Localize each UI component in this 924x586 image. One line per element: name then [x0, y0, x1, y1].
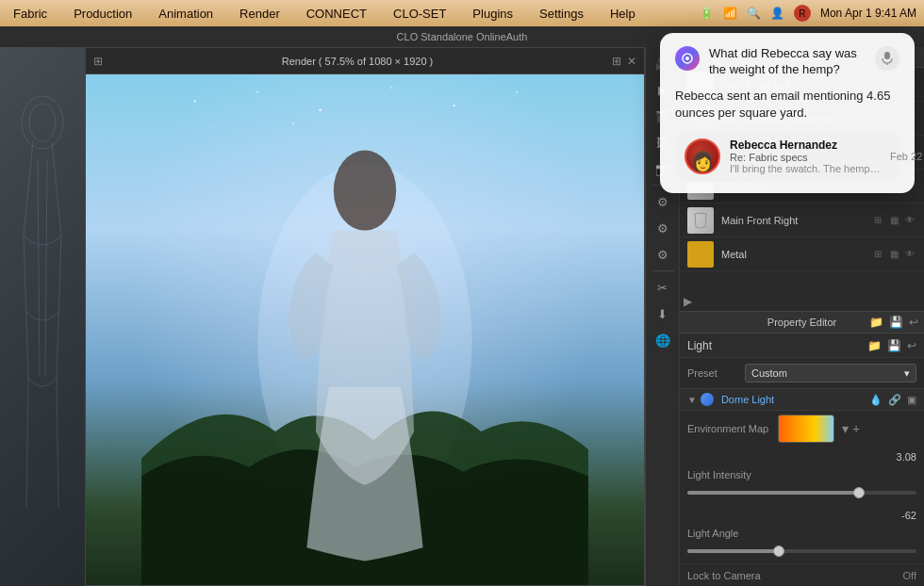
viewport-title: Render ( 57.5% of 1080 × 1920 )	[282, 56, 434, 67]
menu-closet[interactable]: CLO-SET	[388, 5, 452, 23]
svg-point-19	[334, 151, 396, 231]
viewport-expand-btn[interactable]: ⊞	[612, 55, 621, 68]
menubar-right: 🔋 📶 🔍 👤 R Mon Apr 1 9:41 AM	[700, 5, 916, 22]
viewport-canvas	[86, 74, 644, 585]
light-section-header: Light 📁 💾 ↩	[680, 334, 924, 358]
object-action-eye-5[interactable]: 👁	[903, 248, 916, 261]
viewport-close-btn[interactable]: ✕	[627, 55, 636, 68]
light-intensity-fill	[687, 491, 859, 495]
menu-connect[interactable]: CONNECT	[301, 5, 372, 23]
dome-light-label: Dome Light	[721, 394, 866, 405]
light-angle-track	[687, 549, 916, 553]
preset-dropdown[interactable]: Custom ▾	[745, 364, 916, 383]
svg-line-3	[52, 141, 61, 236]
user-icon[interactable]: 👤	[770, 7, 784, 20]
panel-expand-arrow[interactable]: ▶	[680, 292, 924, 311]
siri-card: What did Rebecca say was the weight of t…	[660, 33, 915, 193]
menu-production[interactable]: Production	[68, 5, 138, 23]
light-angle-slider[interactable]	[687, 543, 916, 560]
menu-help[interactable]: Help	[604, 5, 641, 23]
email-subject: Re: Fabric specs	[730, 152, 881, 163]
light-section-label: Light	[687, 339, 862, 352]
light-action-save[interactable]: 💾	[887, 339, 901, 352]
light-angle-value-row: -62	[687, 507, 916, 524]
object-action-eye-4[interactable]: 👁	[903, 214, 916, 227]
object-actions-5: ⊞ ▦ 👁	[871, 248, 916, 261]
toolbar-btn-9[interactable]: ✂	[650, 275, 676, 300]
arrow-icon[interactable]: ▶	[684, 295, 692, 308]
light-action-undo[interactable]: ↩	[907, 339, 916, 352]
env-map-label: Environment Map	[687, 423, 772, 434]
light-intensity-value-row: 3.08	[687, 448, 916, 465]
toolbar-sep-2	[652, 270, 674, 271]
object-action-add-5[interactable]: ⊞	[871, 248, 884, 261]
env-map-menu-btn[interactable]: ▾	[842, 421, 849, 436]
svg-line-6	[26, 377, 28, 509]
svg-point-11	[256, 91, 258, 93]
object-action-grid-5[interactable]: ▦	[887, 248, 900, 261]
object-action-add-4[interactable]: ⊞	[871, 214, 884, 227]
search-icon[interactable]: 🔍	[747, 7, 761, 20]
object-item-main-front-right[interactable]: Main Front Right ⊞ ▦ 👁	[680, 203, 924, 237]
left-sidebar	[0, 47, 85, 586]
svg-line-7	[57, 377, 58, 509]
menubar: Fabric Production Animation Render CONNE…	[0, 0, 924, 26]
toolbar-btn-8[interactable]: ⚙	[650, 242, 676, 267]
menu-settings[interactable]: Settings	[534, 5, 589, 23]
light-angle-thumb[interactable]	[773, 545, 784, 557]
menu-plugins[interactable]: Plugins	[467, 5, 519, 23]
env-map-thumbnail[interactable]	[778, 415, 834, 443]
light-intensity-section: 3.08 Light Intensity	[680, 447, 924, 505]
avatar-icon[interactable]: R	[794, 5, 811, 22]
svg-point-14	[454, 105, 455, 106]
object-name-5: Metal	[721, 249, 864, 260]
dome-icon-link[interactable]: 🔗	[888, 394, 901, 406]
viewport-header-icon: ⊞	[93, 55, 103, 68]
preset-section: Preset Custom ▾	[680, 358, 924, 388]
email-date: Feb 22	[890, 151, 922, 162]
email-preview-card[interactable]: 👩 Rebecca Hernandez Re: Fabric specs I'l…	[675, 131, 899, 182]
object-icon-5	[687, 241, 714, 268]
menu-animation[interactable]: Animation	[153, 5, 219, 23]
siri-header: What did Rebecca say was the weight of t…	[675, 46, 899, 78]
object-action-grid-4[interactable]: ▦	[887, 214, 900, 227]
toolbar-btn-10[interactable]: ⬇	[650, 301, 676, 326]
light-intensity-label-row: Light Intensity	[687, 465, 916, 484]
light-action-folder[interactable]: 📁	[867, 339, 882, 352]
object-name-4: Main Front Right	[721, 215, 864, 226]
preset-row: Preset Custom ▾	[687, 362, 916, 384]
prop-action-undo[interactable]: ↩	[909, 316, 918, 329]
svg-line-4	[24, 236, 28, 377]
lock-to-camera-row: Lock to Camera Off	[680, 563, 924, 586]
dome-expand-icon[interactable]: ▼	[687, 395, 697, 405]
menu-fabric[interactable]: Fabric	[8, 5, 53, 23]
env-map-add-btn[interactable]: +	[852, 421, 860, 436]
toolbar-btn-7[interactable]: ⚙	[650, 216, 676, 240]
lock-value: Off	[903, 570, 916, 581]
svg-rect-24	[884, 52, 890, 59]
siri-icon	[675, 46, 700, 71]
light-intensity-thumb[interactable]	[853, 487, 865, 498]
object-item-metal[interactable]: Metal ⊞ ▦ 👁	[680, 237, 924, 271]
light-angle-label-row: Light Angle	[687, 524, 916, 543]
preset-label: Preset	[687, 367, 739, 379]
siri-mic-button[interactable]	[875, 46, 899, 71]
prop-action-folder[interactable]: 📁	[869, 316, 883, 329]
dome-icon-toggle[interactable]: ▣	[907, 394, 916, 406]
avatar-emoji: 👩	[691, 150, 715, 172]
property-editor-actions: 📁 💾 ↩	[869, 316, 918, 329]
dome-icon-drop[interactable]: 💧	[869, 394, 883, 406]
email-info: Rebecca Hernandez Re: Fabric specs I'll …	[730, 138, 881, 174]
menu-render[interactable]: Render	[234, 5, 286, 23]
light-intensity-slider[interactable]	[687, 484, 916, 501]
lock-label: Lock to Camera	[687, 570, 898, 581]
svg-point-15	[516, 91, 518, 93]
prop-action-save[interactable]: 💾	[889, 316, 903, 329]
dome-light-icons: 💧 🔗 ▣	[869, 394, 916, 406]
light-angle-label: Light Angle	[687, 528, 763, 539]
svg-line-8	[38, 160, 40, 377]
toolbar-btn-11[interactable]: 🌐	[650, 328, 676, 352]
svg-point-13	[390, 87, 392, 89]
light-header-actions: 📁 💾 ↩	[867, 339, 916, 352]
battery-icon: 🔋	[700, 7, 714, 20]
